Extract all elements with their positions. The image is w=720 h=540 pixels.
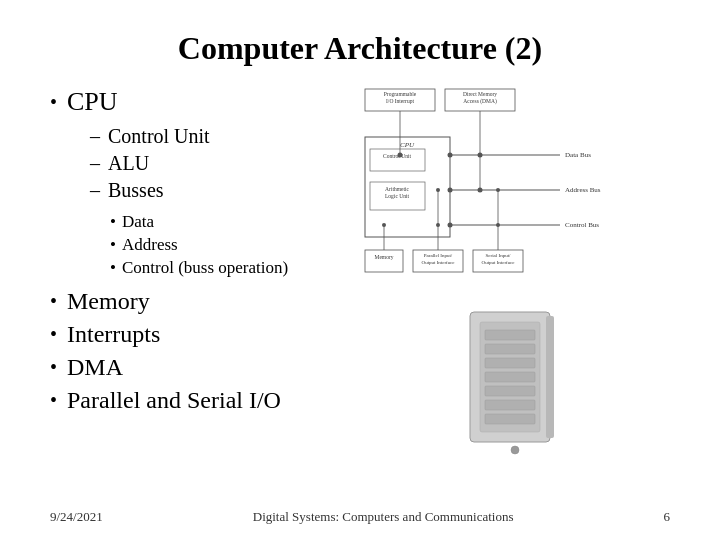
content-area: • CPU – Control Unit – ALU – Busses — [50, 87, 670, 462]
dash-3: – — [90, 179, 100, 202]
svg-rect-57 — [546, 316, 554, 438]
bullet-control: • — [110, 258, 116, 278]
svg-point-20 — [448, 153, 453, 158]
bullet-dot-interrupts: • — [50, 323, 57, 346]
bullet-dot-cpu: • — [50, 91, 57, 114]
slide-footer: 9/24/2021 Digital Systems: Computers and… — [0, 509, 720, 525]
svg-point-22 — [448, 223, 453, 228]
svg-text:Programmable: Programmable — [384, 91, 417, 97]
svg-text:Address Bus: Address Bus — [565, 186, 601, 194]
svg-text:Output Interface: Output Interface — [482, 260, 516, 265]
lower-bullet-parallel: • Parallel and Serial I/O — [50, 387, 340, 414]
svg-point-21 — [448, 188, 453, 193]
diagram-area: Programmable I/O Interrupt Direct Memory… — [350, 87, 670, 462]
svg-rect-49 — [485, 330, 535, 340]
cpu-diagram-svg: Programmable I/O Interrupt Direct Memory… — [355, 87, 665, 287]
slide: Computer Architecture (2) • CPU – Contro… — [0, 0, 720, 540]
lower-bullets: • Memory • Interrupts • DMA • Parallel a… — [50, 288, 340, 414]
svg-point-32 — [382, 223, 386, 227]
cpu-sub-list: – Control Unit – ALU – Busses — [90, 125, 340, 202]
busses-sub-list: • Data • Address • Control (buss operati… — [110, 212, 340, 278]
main-bullet-cpu: • CPU — [50, 87, 340, 117]
svg-rect-55 — [485, 414, 535, 424]
svg-text:Access (DMA): Access (DMA) — [463, 98, 497, 105]
footer-course: Digital Systems: Computers and Communica… — [253, 509, 514, 525]
computer-tower-illustration — [450, 302, 570, 462]
svg-text:Control Bus: Control Bus — [565, 221, 599, 229]
sub-item-alu: – ALU — [90, 152, 340, 175]
svg-text:Data Bus: Data Bus — [565, 151, 591, 159]
svg-text:I/O Interrupt: I/O Interrupt — [386, 98, 414, 104]
bullet-dot-memory: • — [50, 290, 57, 313]
svg-text:Memory: Memory — [375, 254, 394, 260]
svg-text:Output Interface: Output Interface — [422, 260, 456, 265]
bullet-dot-parallel: • — [50, 389, 57, 412]
sub-item-busses: – Busses — [90, 179, 340, 202]
sub-sub-item-control: • Control (buss operation) — [110, 258, 340, 278]
svg-rect-52 — [485, 372, 535, 382]
sub-sub-item-data: • Data — [110, 212, 340, 232]
text-area: • CPU – Control Unit – ALU – Busses — [50, 87, 350, 462]
bullet-address: • — [110, 235, 116, 255]
svg-point-56 — [511, 446, 519, 454]
svg-rect-53 — [485, 386, 535, 396]
sub-sub-item-address: • Address — [110, 235, 340, 255]
lower-bullet-memory: • Memory — [50, 288, 340, 315]
cpu-architecture-diagram: Programmable I/O Interrupt Direct Memory… — [355, 87, 665, 287]
footer-date: 9/24/2021 — [50, 509, 103, 525]
svg-rect-54 — [485, 400, 535, 410]
cpu-label: CPU — [67, 87, 118, 117]
svg-rect-50 — [485, 344, 535, 354]
svg-text:Direct Memory: Direct Memory — [463, 91, 497, 97]
slide-title: Computer Architecture (2) — [50, 30, 670, 67]
sub-item-control-unit: – Control Unit — [90, 125, 340, 148]
svg-text:Parallel Input/: Parallel Input/ — [424, 253, 453, 258]
dash-2: – — [90, 152, 100, 175]
svg-text:CPU: CPU — [400, 141, 415, 149]
svg-text:Serial Input/: Serial Input/ — [486, 253, 511, 258]
svg-text:Arithmetic: Arithmetic — [385, 186, 409, 192]
tower-svg — [450, 302, 570, 462]
lower-bullet-interrupts: • Interrupts — [50, 321, 340, 348]
bullet-data: • — [110, 212, 116, 232]
lower-bullet-dma: • DMA — [50, 354, 340, 381]
footer-page: 6 — [663, 509, 670, 525]
svg-text:Control Unit: Control Unit — [383, 153, 411, 159]
bullet-dot-dma: • — [50, 356, 57, 379]
dash-1: – — [90, 125, 100, 148]
svg-rect-51 — [485, 358, 535, 368]
svg-text:Logic Unit: Logic Unit — [385, 193, 409, 199]
